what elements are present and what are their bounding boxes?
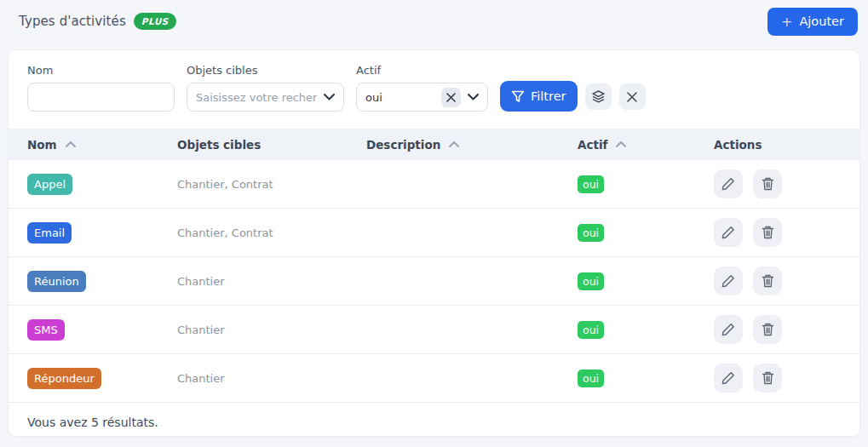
add-button[interactable]: + Ajouter xyxy=(767,8,858,36)
delete-button[interactable] xyxy=(753,266,782,295)
column-header-actif[interactable]: Actif xyxy=(578,138,714,152)
column-header-label: Nom xyxy=(27,138,57,152)
table-row: Appel Chantier, Contrat oui xyxy=(9,160,859,209)
column-header-label: Actif xyxy=(578,138,607,152)
delete-button[interactable] xyxy=(753,218,782,247)
close-icon xyxy=(627,92,637,102)
filter-button[interactable]: Filtrer xyxy=(500,81,578,112)
delete-button[interactable] xyxy=(753,169,782,198)
filter-bar: Nom Objets cibles Saisissez votre recher… xyxy=(9,50,859,129)
nom-filter-input[interactable] xyxy=(27,83,175,112)
activity-type-badge: SMS xyxy=(27,319,65,341)
chevron-down-icon xyxy=(324,94,335,100)
column-header-nom[interactable]: Nom xyxy=(27,138,177,152)
actif-select-value: oui xyxy=(365,91,434,104)
table-row: SMS Chantier oui xyxy=(9,306,859,354)
funnel-icon xyxy=(511,90,525,103)
clear-actif-icon[interactable] xyxy=(441,88,461,107)
column-header-description[interactable]: Description xyxy=(366,138,578,152)
chevron-down-icon xyxy=(468,94,479,100)
activity-type-badge: Réunion xyxy=(27,271,86,292)
table-row: Réunion Chantier oui xyxy=(9,257,859,306)
column-header-label: Objets cibles xyxy=(177,138,261,152)
edit-button[interactable] xyxy=(714,218,743,247)
objets-cibles-cell: Chantier xyxy=(177,275,366,288)
objets-cibles-filter-label: Objets cibles xyxy=(187,64,344,77)
column-header-label: Actions xyxy=(714,138,762,152)
actif-badge: oui xyxy=(578,370,604,387)
edit-button[interactable] xyxy=(714,315,743,344)
objets-cibles-cell: Chantier xyxy=(177,372,366,385)
actif-badge: oui xyxy=(578,272,604,290)
column-header-objets-cibles: Objets cibles xyxy=(177,138,366,152)
table-row: Email Chantier, Contrat oui xyxy=(9,209,859,257)
plan-badge: PLUS xyxy=(134,13,176,30)
delete-button[interactable] xyxy=(753,315,782,344)
actif-select[interactable]: oui xyxy=(356,83,488,112)
activity-type-badge: Email xyxy=(27,222,72,244)
delete-button[interactable] xyxy=(753,364,782,393)
actif-badge: oui xyxy=(578,321,604,339)
sort-asc-icon xyxy=(449,141,459,147)
column-header-label: Description xyxy=(366,138,440,152)
activity-type-badge: Répondeur xyxy=(27,368,101,389)
actif-filter-label: Actif xyxy=(356,64,488,77)
filter-button-label: Filtrer xyxy=(531,89,566,103)
table-body: Appel Chantier, Contrat oui Email Chanti… xyxy=(9,160,859,403)
reset-filters-button[interactable] xyxy=(619,83,646,110)
table-row: Répondeur Chantier oui xyxy=(9,354,859,403)
topbar: Types d'activités PLUS + Ajouter xyxy=(0,0,868,43)
page-title: Types d'activités xyxy=(19,14,126,29)
plus-icon: + xyxy=(781,14,792,30)
edit-button[interactable] xyxy=(714,169,743,198)
table-header: Nom Objets cibles Description Actif Acti… xyxy=(9,129,859,160)
activity-type-badge: Appel xyxy=(27,174,72,195)
add-button-label: Ajouter xyxy=(799,14,844,28)
activity-types-card: Nom Objets cibles Saisissez votre recher… xyxy=(8,49,860,437)
actif-badge: oui xyxy=(578,224,604,242)
edit-button[interactable] xyxy=(714,266,743,295)
edit-button[interactable] xyxy=(714,364,743,393)
objets-cibles-cell: Chantier, Contrat xyxy=(177,178,366,191)
layers-icon xyxy=(591,89,606,104)
nom-filter-label: Nom xyxy=(27,64,175,77)
layers-button[interactable] xyxy=(585,83,612,110)
objets-cibles-cell: Chantier xyxy=(177,324,366,336)
objets-cibles-cell: Chantier, Contrat xyxy=(177,226,366,239)
actif-badge: oui xyxy=(578,175,604,193)
objets-cibles-placeholder: Saisissez votre recherche xyxy=(196,91,317,104)
sort-asc-icon xyxy=(616,141,626,147)
objets-cibles-select[interactable]: Saisissez votre recherche xyxy=(187,83,344,112)
results-count: Vous avez 5 résultats. xyxy=(9,403,859,437)
sort-asc-icon xyxy=(66,141,76,147)
column-header-actions: Actions xyxy=(714,138,859,152)
